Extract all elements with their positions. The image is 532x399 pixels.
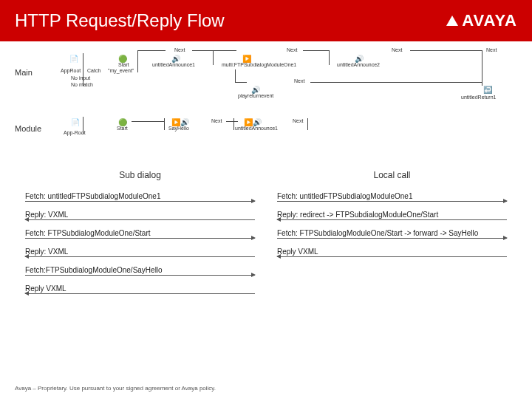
node-myevent: "my_event" — [108, 68, 134, 74]
step: Reply: VXML — [25, 209, 255, 219]
node-announce1: untitledAnnounce1 — [152, 62, 195, 68]
node-subdialog: multi:FTPSubdialogModuleOne1 — [222, 62, 296, 68]
step: Reply VXML — [25, 283, 255, 293]
bar — [137, 50, 138, 72]
node-announce2: untitledAnnounce2 — [337, 62, 380, 68]
bar — [303, 50, 330, 51]
localcall-column: Local call Fetch: untitledFTPSubdialogMo… — [277, 170, 507, 301]
mnode-sayhello: SayHello — [168, 126, 189, 132]
node-approot: AppRoot — [61, 68, 81, 74]
bar — [213, 50, 214, 65]
next-2: Next — [287, 47, 297, 53]
bar — [192, 50, 236, 51]
logo-triangle-icon — [446, 16, 458, 26]
bar — [310, 82, 482, 83]
arrow-right-icon — [277, 238, 507, 239]
arrow-left-icon — [277, 256, 507, 257]
localcall-title: Local call — [277, 170, 507, 180]
step: Reply: redirect -> FTPSubdialogModuleOne… — [277, 209, 507, 219]
approot-icon-2: 📄 — [71, 118, 80, 126]
bar — [307, 118, 308, 130]
arrow-right-icon — [25, 238, 255, 239]
mnode-start: Start — [117, 126, 128, 132]
next-1: Next — [174, 47, 185, 53]
step: Fetch:FTPSubdialogModuleOne/SayHello — [25, 265, 255, 275]
arrow-left-icon — [25, 256, 255, 257]
arrow-left-icon — [25, 219, 255, 220]
row-label-module: Module — [15, 124, 41, 133]
bar — [164, 118, 165, 130]
next-5: Next — [486, 47, 497, 53]
node-nomatch: No match — [71, 82, 93, 88]
bar — [233, 118, 234, 130]
node-start: Start — [118, 62, 129, 68]
bar — [235, 69, 236, 83]
page-title: HTTP Request/Reply Flow — [15, 10, 225, 31]
flow-diagram: Main Module 📄 AppRoot Catch No input No … — [0, 41, 532, 160]
arrow-left-icon — [277, 219, 507, 220]
footer-text: Avaya – Proprietary. Use pursuant to you… — [15, 385, 216, 392]
next-3: Next — [294, 78, 304, 84]
next-4: Next — [392, 47, 402, 53]
logo-text: AVAYA — [462, 11, 517, 30]
comparison-section: Sub dialog Fetch: untitledFTPSubdialogMo… — [0, 160, 532, 301]
arrow-right-icon — [25, 201, 255, 202]
approot-icon: 📄 — [69, 55, 78, 63]
bar — [482, 50, 482, 86]
step: Fetch: FTPSubdialogModuleOne/Start — [25, 228, 255, 238]
mnode-announce1: untitledAnnounce1 — [235, 126, 278, 132]
step: Fetch: untitledFTPSubdialogModuleOne1 — [277, 191, 507, 201]
bar — [329, 50, 330, 65]
title-bar: HTTP Request/Reply Flow AVAYA — [0, 0, 532, 41]
bar — [83, 117, 83, 134]
bar — [226, 121, 238, 122]
bar — [83, 53, 83, 86]
step: Reply VXML — [277, 246, 507, 256]
mnext-2: Next — [293, 118, 303, 124]
node-playreturn: playreturnevent — [238, 93, 273, 99]
step: Fetch: untitledFTPSubdialogModuleOne1 — [25, 191, 255, 201]
subdialog-title: Sub dialog — [25, 170, 255, 180]
node-catch: Catch — [87, 68, 100, 74]
bar — [410, 50, 482, 51]
arrow-right-icon — [277, 201, 507, 202]
node-return: untitledReturn1 — [461, 95, 496, 100]
subdialog-column: Sub dialog Fetch: untitledFTPSubdialogMo… — [25, 170, 255, 301]
bar — [137, 50, 166, 51]
mnext-1: Next — [211, 118, 222, 124]
return-icon: ↩️ — [483, 86, 492, 94]
arrow-right-icon — [25, 275, 255, 276]
step: Fetch: FTPSubdialogModuleOne/Start -> fo… — [277, 228, 507, 238]
row-label-main: Main — [15, 68, 33, 77]
bar — [235, 82, 247, 83]
step: Reply: VXML — [25, 246, 255, 256]
arrow-left-icon — [25, 293, 255, 294]
avaya-logo: AVAYA — [446, 11, 517, 30]
node-noinput: No input — [71, 75, 90, 81]
bar — [132, 121, 164, 122]
